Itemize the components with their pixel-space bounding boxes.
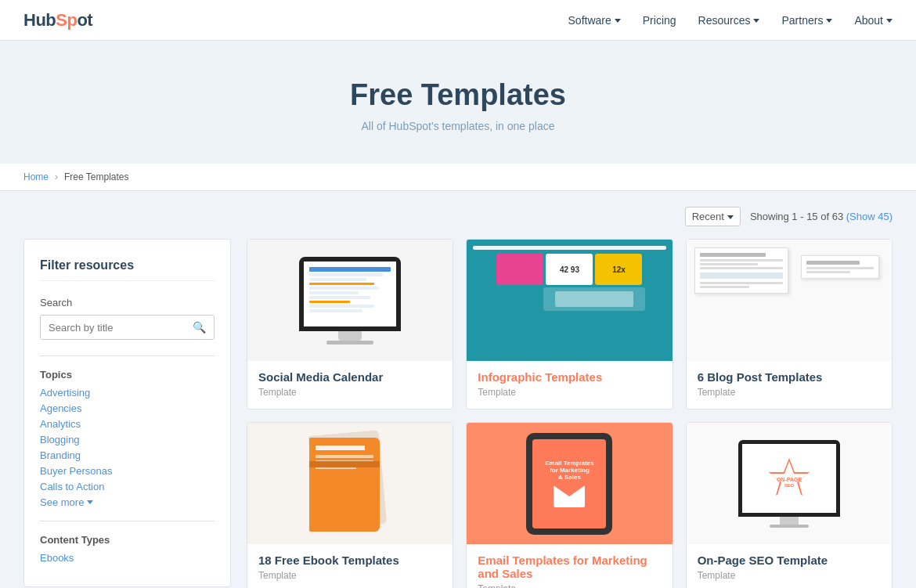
card-tag-social: Template (258, 387, 442, 398)
card-tag-ebook: Template (258, 570, 442, 581)
card-tag-email: Template (478, 583, 661, 588)
nav-item-pricing[interactable]: Pricing (643, 14, 676, 27)
topic-advertising[interactable]: Advertising (40, 387, 215, 399)
card-body-infographic: Infographic Templates Template (467, 361, 672, 409)
templates-row-2: 18 Free Ebook Templates Template Email T… (247, 422, 893, 588)
content-type-ebooks[interactable]: Ebooks (40, 552, 215, 564)
chevron-down-icon (615, 19, 621, 23)
breadcrumb: Home › Free Templates (0, 164, 916, 191)
topic-calls-to-action[interactable]: Calls to Action (40, 481, 215, 492)
card-tag-blogpost: Template (698, 387, 881, 398)
card-image-social (247, 240, 453, 361)
nav-item-software[interactable]: Software (568, 14, 621, 27)
breadcrumb-separator: › (55, 171, 58, 182)
sidebar: Filter resources Search 🔍 Topics Adverti… (23, 239, 231, 587)
sort-select[interactable]: Recent (685, 207, 741, 226)
search-input-wrap: 🔍 (40, 315, 215, 340)
see-more-row: See more (40, 496, 215, 508)
search-input[interactable] (41, 316, 185, 339)
templates-row-1: Social Media Calendar Template 42 93 12x (247, 239, 893, 409)
nav-item-about[interactable]: About (854, 14, 893, 27)
card-title-seo: On-Page SEO Template (698, 554, 881, 567)
template-card-seo[interactable]: ON-PAGE SEO On-Page SEO Templ (686, 422, 893, 588)
topics-label: Topics (40, 369, 215, 381)
search-button[interactable]: 🔍 (185, 316, 214, 339)
card-image-infographic: 42 93 12x (467, 240, 672, 361)
card-tag-infographic: Template (478, 387, 661, 398)
topic-branding[interactable]: Branding (40, 449, 215, 461)
see-more-chevron-icon (87, 500, 93, 504)
card-image-seo: ON-PAGE SEO (687, 423, 892, 544)
topic-blogging[interactable]: Blogging (40, 434, 215, 446)
see-more-link[interactable]: See more (40, 496, 84, 508)
sidebar-divider-2 (40, 521, 215, 521)
nav-item-resources[interactable]: Resources (698, 14, 760, 27)
sidebar-divider (40, 355, 215, 356)
chevron-down-icon (886, 19, 893, 23)
chevron-down-icon (753, 19, 759, 23)
topic-agencies[interactable]: Agencies (40, 402, 215, 414)
card-title-social: Social Media Calendar (258, 370, 442, 384)
brand-logo[interactable]: HubSpot (23, 10, 92, 31)
svg-text:ON-PAGE: ON-PAGE (777, 477, 802, 482)
page-title: Free Templates (16, 78, 900, 112)
card-image-blogpost (687, 240, 892, 361)
breadcrumb-current: Free Templates (64, 171, 128, 182)
content-types-label: Content Types (40, 534, 215, 546)
template-card-ebook[interactable]: 18 Free Ebook Templates Template (247, 422, 453, 588)
hero-subtitle: All of HubSpot's templates, in one place (16, 120, 900, 132)
nav-menu: Software Pricing Resources Partners Abou… (568, 14, 893, 27)
card-title-blogpost: 6 Blog Post Templates (698, 370, 881, 384)
card-body-blogpost: 6 Blog Post Templates Template (687, 361, 892, 409)
nav-item-partners[interactable]: Partners (781, 14, 832, 27)
card-title-ebook: 18 Free Ebook Templates (258, 554, 442, 567)
card-body-ebook: 18 Free Ebook Templates Template (247, 544, 453, 588)
card-image-email: Email Templatesfor Marketing& Sales (467, 423, 672, 544)
hero-section: Free Templates All of HubSpot's template… (0, 41, 916, 164)
card-body-seo: On-Page SEO Template Template (687, 544, 892, 588)
main-content: Recent Showing 1 - 15 of 63 (Show 45) Fi… (12, 191, 904, 588)
sort-chevron-icon (727, 215, 734, 219)
chevron-down-icon (826, 19, 832, 23)
card-image-ebook (247, 423, 453, 544)
topic-buyer-personas[interactable]: Buyer Personas (40, 465, 215, 477)
template-card-social-media-calendar[interactable]: Social Media Calendar Template (247, 239, 453, 409)
template-card-email[interactable]: Email Templatesfor Marketing& Sales Emai… (466, 422, 673, 588)
sort-bar: Recent Showing 1 - 15 of 63 (Show 45) (23, 207, 893, 226)
card-title-email: Email Templates for Marketing and Sales (478, 554, 661, 580)
showing-text: Showing 1 - 15 of 63 (Show 45) (750, 211, 893, 222)
templates-grid: Social Media Calendar Template 42 93 12x (247, 239, 893, 588)
navbar: HubSpot Software Pricing Resources Partn… (0, 0, 916, 41)
svg-text:SEO: SEO (784, 483, 794, 488)
template-card-blogpost[interactable]: 6 Blog Post Templates Template (686, 239, 893, 409)
search-label: Search (40, 297, 215, 308)
topic-analytics[interactable]: Analytics (40, 418, 215, 430)
card-body-social: Social Media Calendar Template (247, 361, 453, 409)
card-tag-seo: Template (698, 570, 881, 581)
content-row: Filter resources Search 🔍 Topics Adverti… (23, 239, 893, 588)
card-title-infographic: Infographic Templates (478, 370, 661, 384)
template-card-infographic[interactable]: 42 93 12x Infographic Templates Template (466, 239, 673, 409)
breadcrumb-home-link[interactable]: Home (23, 171, 49, 182)
filter-title: Filter resources (40, 258, 215, 281)
card-body-email: Email Templates for Marketing and Sales … (467, 544, 672, 588)
show-all-link[interactable]: (Show 45) (846, 211, 893, 222)
